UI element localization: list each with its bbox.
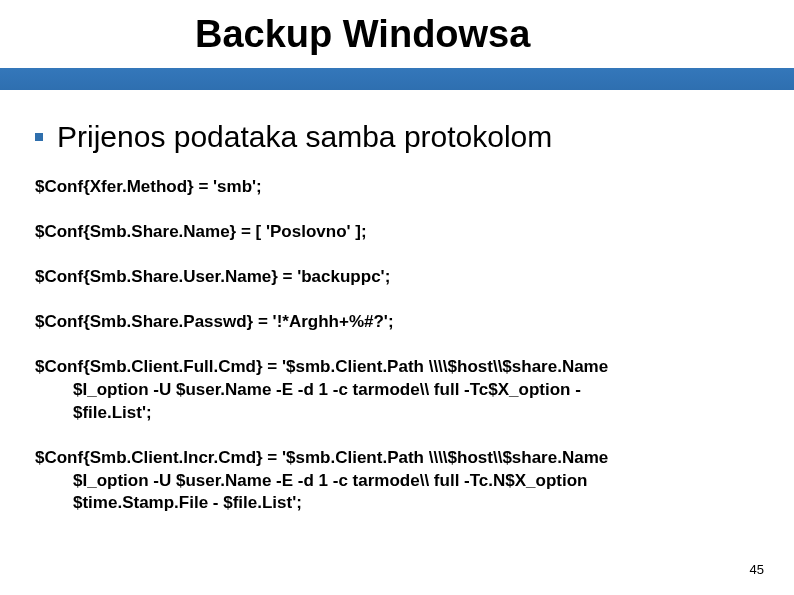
config-line-sharename: $Conf{Smb.Share.Name} = [ 'Poslovno' ]; (35, 221, 759, 244)
config-line-passwd: $Conf{Smb.Share.Passwd} = '!*Arghh+%#?'; (35, 311, 759, 334)
config-block-incrcmd: $Conf{Smb.Client.Incr.Cmd} = '$smb.Clien… (35, 447, 759, 516)
bullet-icon (35, 133, 43, 141)
config-line-xfermethod: $Conf{Xfer.Method} = 'smb'; (35, 176, 759, 199)
config-incrcmd-line3: $time.Stamp.File - $file.List'; (35, 492, 759, 515)
title-bar: Backup Windowsa (0, 0, 794, 68)
bullet-row: Prijenos podataka samba protokolom (35, 120, 759, 154)
config-fullcmd-line3: $file.List'; (35, 402, 759, 425)
config-fullcmd-line2: $I_option -U $user.Name -E -d 1 -c tarmo… (35, 379, 759, 402)
slide-content: Prijenos podataka samba protokolom $Conf… (0, 90, 794, 515)
config-incrcmd-line1: $Conf{Smb.Client.Incr.Cmd} = '$smb.Clien… (35, 448, 608, 467)
config-line-username: $Conf{Smb.Share.User.Name} = 'backuppc'; (35, 266, 759, 289)
config-fullcmd-line1: $Conf{Smb.Client.Full.Cmd} = '$smb.Clien… (35, 357, 608, 376)
slide-title: Backup Windowsa (195, 13, 530, 56)
header-band: Backup Windowsa (0, 0, 794, 90)
page-number: 45 (750, 562, 764, 577)
config-incrcmd-line2: $I_option -U $user.Name -E -d 1 -c tarmo… (35, 470, 759, 493)
bullet-text: Prijenos podataka samba protokolom (57, 120, 552, 154)
config-block-fullcmd: $Conf{Smb.Client.Full.Cmd} = '$smb.Clien… (35, 356, 759, 425)
